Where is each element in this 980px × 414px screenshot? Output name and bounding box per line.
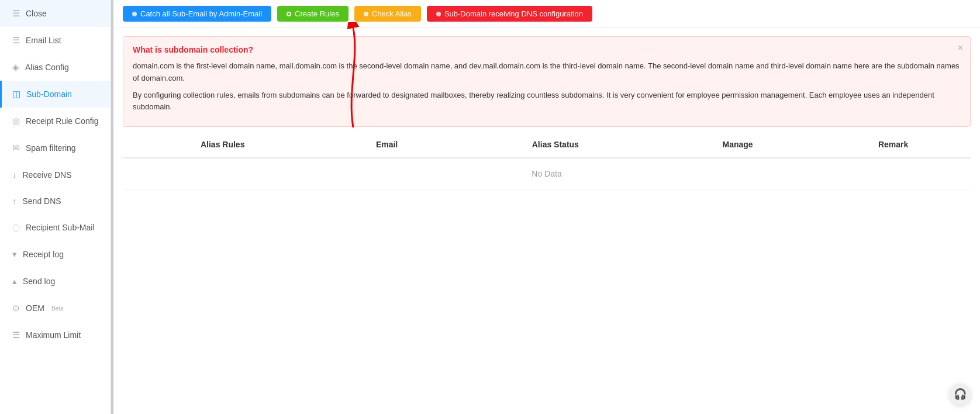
info-box-close-button[interactable]: ×	[958, 43, 963, 53]
sidebar-item-send-log[interactable]: ▴Send log	[0, 268, 111, 295]
recipient-sub-mail-icon: ◌	[12, 222, 20, 233]
sidebar-label-close: Close	[26, 9, 47, 18]
table-header-row: Alias RulesEmailAlias StatusManageRemark	[123, 132, 971, 158]
catch-all-button[interactable]: Catch all Sub-Email by Admin-Email	[123, 6, 271, 22]
check-alias-label: Check Alias	[372, 9, 412, 18]
sidebar-label-receipt-log: Receipt log	[23, 250, 64, 259]
info-box-paragraph-1: domain.com is the first-level domain nam…	[133, 60, 961, 85]
sidebar-item-oem-beta[interactable]: ⊙OEMBeta	[0, 295, 111, 322]
table-area: Alias RulesEmailAlias StatusManageRemark…	[113, 132, 980, 414]
maximum-limit-icon: ☰	[12, 330, 20, 340]
no-data-cell: No Data	[123, 158, 971, 189]
table-col-email: Email	[322, 132, 451, 158]
table-body: No Data	[123, 158, 971, 189]
sidebar-item-send-dns[interactable]: ↑Send DNS	[0, 188, 111, 214]
table-col-alias-status: Alias Status	[451, 132, 660, 158]
table-col-remark: Remark	[816, 132, 971, 158]
main-content: Catch all Sub-Email by Admin-EmailCreate…	[113, 0, 980, 414]
close-icon: ☰	[12, 8, 20, 19]
sidebar-label-recipient-sub-mail: Recipient Sub-Mail	[26, 223, 95, 232]
table-col-manage: Manage	[660, 132, 816, 158]
sidebar-item-spam-filtering[interactable]: ✉Spam filtering	[0, 134, 111, 161]
sidebar-label-oem-beta: OEM	[26, 303, 44, 313]
support-icon[interactable]: 🎧	[950, 384, 971, 405]
info-box-title: What is subdomain collection?	[133, 45, 961, 54]
sidebar-item-receive-dns[interactable]: ↓Receive DNS	[0, 161, 111, 188]
sidebar-item-email-list[interactable]: ☰Email List	[0, 27, 111, 54]
create-rules-label: Create Rules	[295, 9, 339, 18]
table-col-alias-rules: Alias Rules	[123, 132, 322, 158]
sub-domain-dns-button[interactable]: Sub-Domain receiving DNS configuration	[427, 6, 592, 22]
check-alias-dot-icon	[364, 12, 368, 16]
send-dns-icon: ↑	[12, 196, 17, 206]
sidebar-label-send-dns: Send DNS	[23, 196, 61, 206]
sub-domain-dns-label: Sub-Domain receiving DNS configuration	[444, 9, 583, 18]
data-table: Alias RulesEmailAlias StatusManageRemark…	[123, 132, 971, 189]
catch-all-label: Catch all Sub-Email by Admin-Email	[140, 9, 262, 18]
table-header: Alias RulesEmailAlias StatusManageRemark	[123, 132, 971, 158]
check-alias-button[interactable]: Check Alias	[354, 6, 421, 22]
sidebar-label-email-list: Email List	[26, 36, 61, 45]
spam-filtering-icon: ✉	[12, 143, 20, 153]
create-rules-dot-icon	[287, 12, 291, 16]
receipt-log-icon: ▾	[12, 249, 17, 260]
receipt-rule-config-icon: ◎	[12, 116, 20, 126]
oem-beta-icon: ⊙	[12, 303, 20, 313]
sidebar: ☰Close☰Email List◈Alias Config◫Sub-Domai…	[0, 0, 111, 414]
sidebar-item-maximum-limit[interactable]: ☰Maximum Limit	[0, 322, 111, 349]
catch-all-dot-icon	[132, 12, 137, 16]
toolbar: Catch all Sub-Email by Admin-EmailCreate…	[113, 0, 980, 28]
sidebar-label-sub-domain: Sub-Domain	[26, 89, 72, 99]
sidebar-label-alias-config: Alias Config	[25, 63, 69, 72]
receive-dns-icon: ↓	[12, 170, 17, 180]
sidebar-item-sub-domain[interactable]: ◫Sub-Domain	[0, 81, 111, 108]
sidebar-item-alias-config[interactable]: ◈Alias Config	[0, 54, 111, 81]
sidebar-item-receipt-log[interactable]: ▾Receipt log	[0, 241, 111, 268]
sidebar-item-recipient-sub-mail[interactable]: ◌Recipient Sub-Mail	[0, 214, 111, 241]
info-area: What is subdomain collection? domain.com…	[113, 28, 980, 132]
sub-domain-icon: ◫	[12, 89, 20, 99]
sidebar-label-maximum-limit: Maximum Limit	[26, 330, 81, 340]
sidebar-item-close[interactable]: ☰Close	[0, 0, 111, 27]
email-list-icon: ☰	[12, 35, 20, 46]
info-box: What is subdomain collection? domain.com…	[123, 36, 971, 127]
empty-row: No Data	[123, 158, 971, 189]
info-box-paragraph-2: By configuring collection rules, emails …	[133, 89, 961, 114]
alias-config-icon: ◈	[12, 62, 19, 73]
sidebar-label-spam-filtering: Spam filtering	[26, 143, 76, 153]
oem-beta-badge: Beta	[51, 305, 64, 312]
sidebar-label-receive-dns: Receive DNS	[23, 170, 72, 180]
sidebar-label-send-log: Send log	[23, 277, 55, 286]
create-rules-button[interactable]: Create Rules	[277, 6, 348, 22]
sidebar-item-receipt-rule-config[interactable]: ◎Receipt Rule Config	[0, 108, 111, 134]
send-log-icon: ▴	[12, 276, 17, 287]
sidebar-label-receipt-rule-config: Receipt Rule Config	[26, 116, 99, 126]
sub-domain-dns-dot-icon	[436, 12, 441, 16]
